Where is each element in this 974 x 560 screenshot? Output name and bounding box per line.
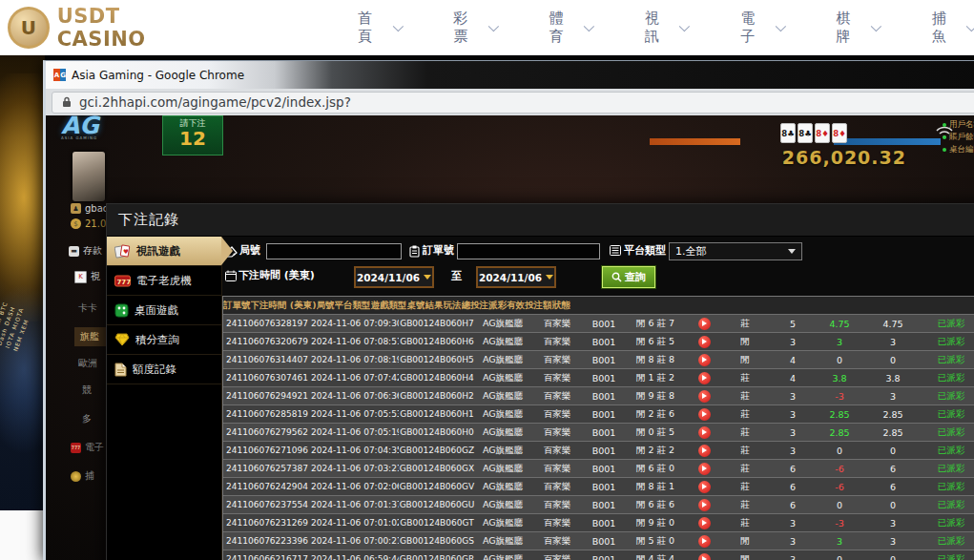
account-info-row: 賬戶餘額 [943, 131, 974, 143]
replay-play-icon[interactable] [698, 354, 711, 366]
cell-table-number: B001 [584, 446, 624, 456]
date-to-picker[interactable]: 2024/11/06 [476, 266, 556, 288]
replay-play-icon[interactable] [698, 481, 711, 493]
cell-total-bet: 3 [769, 409, 817, 420]
cell-payout: -6 [817, 464, 862, 474]
sidebar-item-slots[interactable]: 777 電子老虎機 [107, 266, 221, 296]
account-info-label: 賬戶餘額 [949, 132, 974, 143]
cell-order-id: 241106076314407 [223, 355, 311, 364]
search-icon [611, 272, 622, 282]
replay-play-icon[interactable] [698, 535, 711, 548]
chevron-down-icon [584, 20, 594, 31]
nav-item[interactable]: 彩票 [453, 10, 495, 46]
cell-bet-time: 2024-11-06 07:04:35 [311, 446, 399, 455]
platform-type-select[interactable]: 1.全部 [669, 242, 802, 260]
sidebar-item-video-games[interactable]: ♥ 視訊遊戲 [107, 237, 221, 266]
cell-game-type: 百家樂 [530, 372, 584, 384]
cell-payout: 3 [817, 337, 862, 347]
cell-play-type: 莊 [721, 499, 769, 511]
lobby-hall-live[interactable]: 競 [82, 384, 92, 397]
lobby-hall-multi[interactable]: 多 [82, 412, 92, 425]
cell-table-number: B001 [584, 427, 624, 438]
cell-bet-time: 2024-11-06 07:01:37 [311, 500, 399, 509]
lobby-hall-flagship[interactable]: 旗艦 [74, 327, 109, 346]
sidebar-item-table-games[interactable]: 桌面遊戲 [107, 296, 221, 325]
deposit-button[interactable]: ▬ 存款 [69, 244, 102, 258]
cell-total-bet: 4 [769, 373, 817, 384]
cell-bet-time: 2024-11-06 07:05:53 [311, 409, 399, 419]
search-button[interactable]: 查詢 [602, 266, 655, 288]
lobby-tab-video[interactable]: K 視 [74, 270, 100, 283]
replay-play-icon[interactable] [698, 336, 711, 348]
casino-top-bar: U USDT CASINO 首頁 彩票 體育 視訊 [0, 0, 974, 55]
lobby-balance: $ 21.0 [71, 218, 106, 229]
cell-result: 閒 4 莊 4 [624, 553, 687, 560]
cell-play-type: 莊 [721, 481, 769, 493]
nav-item-label: 首頁 [358, 10, 385, 46]
cell-game-type: 百家樂 [530, 517, 584, 529]
table-row: 241106066216717 2024-11-06 06:59:44 GB00… [223, 550, 974, 560]
lobby-tab-slots[interactable]: 777 電子 [71, 441, 104, 454]
poker-card-icon: K [74, 271, 87, 283]
cell-replay [687, 445, 721, 457]
window-title-bar: AG Asia Gaming - Google Chrome [46, 61, 974, 89]
chevron-down-icon [966, 20, 974, 31]
casino-logo[interactable]: U USDT CASINO [8, 5, 215, 51]
replay-play-icon[interactable] [698, 553, 711, 560]
cell-game-type: 百家樂 [530, 426, 584, 439]
cell-round-number: GB00124B060H0 [399, 427, 475, 437]
nav-item[interactable]: 棋牌 [836, 10, 878, 46]
slot-777-icon: 777 [114, 275, 131, 287]
round-number-input[interactable] [266, 243, 402, 259]
cell-replay [687, 390, 721, 403]
cell-play-type: 閒 [721, 535, 769, 548]
sidebar-item-credit-records[interactable]: 額度記錄 [107, 355, 221, 384]
replay-play-icon[interactable] [698, 499, 711, 511]
replay-play-icon[interactable] [698, 445, 711, 457]
select-caret-icon [788, 249, 796, 254]
cell-status: 已派彩 [923, 390, 974, 403]
replay-play-icon[interactable] [698, 426, 711, 439]
lobby-tab-fishing[interactable]: 捕 [71, 469, 94, 483]
playing-card: 8♣ [780, 123, 796, 143]
chevron-down-icon [871, 20, 881, 31]
replay-play-icon[interactable] [698, 408, 711, 421]
replay-play-icon[interactable] [698, 517, 711, 529]
replay-play-icon[interactable] [698, 390, 711, 403]
replay-play-icon[interactable] [698, 463, 711, 475]
cell-valid-bet: 2.85 [862, 427, 923, 438]
chrome-popup-window: AG Asia Gaming - Google Chrome gci.2hhap… [43, 60, 974, 560]
cell-valid-bet: 3 [862, 518, 923, 529]
cell-status: 已派彩 [923, 463, 974, 475]
cell-play-type: 莊 [721, 372, 769, 384]
address-field[interactable]: gci.2hhapi.com/agingame/pcv2/index.jsp? [52, 92, 974, 114]
cell-replay [687, 426, 721, 439]
lobby-username: ♟ gbac [71, 203, 108, 214]
cell-round-number: GB00124B060H2 [399, 391, 475, 401]
date-from-picker[interactable]: 2024/11/06 [354, 266, 434, 288]
nav-item[interactable]: 捕魚 [932, 10, 974, 46]
order-number-input[interactable] [457, 243, 600, 259]
nav-item-label: 視訊 [645, 10, 673, 46]
cell-replay [687, 354, 721, 366]
cell-table-number: B001 [584, 464, 624, 474]
nav-item[interactable]: 視訊 [645, 10, 687, 46]
list-icon [610, 245, 621, 256]
nav-item[interactable]: 體育 [549, 10, 591, 46]
table-header-cell: 玩法 [444, 300, 462, 312]
cell-game-type: 百家樂 [530, 499, 584, 511]
cell-platform: AG旗艦廳 [475, 535, 530, 548]
cell-play-type: 莊 [721, 390, 769, 403]
lobby-hall-europe[interactable]: 歐洲 [78, 357, 97, 370]
table-header-cell: 桌號 [407, 300, 425, 312]
replay-play-icon[interactable] [698, 318, 711, 330]
cell-order-id: 241106076285819 [223, 409, 311, 419]
lobby-hall-cagayan[interactable]: 卡卡 [78, 301, 97, 315]
cell-round-number: GB00124B060GX [399, 464, 475, 473]
nav-item[interactable]: 首頁 [358, 10, 400, 46]
cell-payout: -3 [817, 391, 862, 402]
nav-item[interactable]: 電子 [740, 10, 782, 46]
cell-valid-bet: 4.75 [862, 319, 923, 329]
sidebar-item-points-query[interactable]: 積分查詢 [107, 325, 221, 355]
replay-play-icon[interactable] [698, 372, 711, 384]
